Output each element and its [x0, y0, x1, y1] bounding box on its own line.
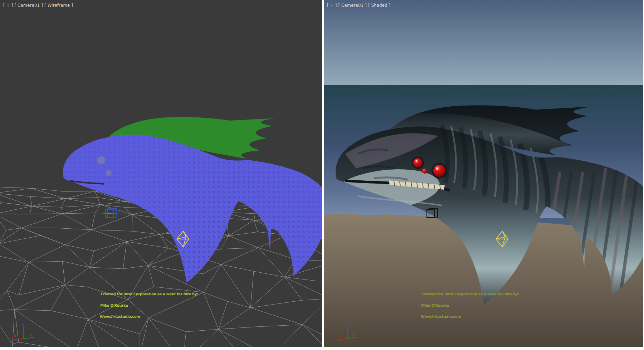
watermark-line1: Created for Intel Corporation as a work … [101, 292, 198, 296]
axis-tripod: x z y [13, 323, 38, 343]
axis-x-label: x [14, 334, 16, 338]
fish-model-wireframe[interactable] [63, 117, 322, 283]
viewport-label-wireframe[interactable]: [ + ] [ Camera01 ] [ Wireframe ] [3, 3, 73, 8]
axis-z-label: z [346, 323, 348, 327]
sky [324, 0, 643, 85]
eye-left [413, 158, 423, 167]
viewport-label-shaded[interactable]: [ + ] [ Camera01 ] [ Shaded ] [327, 3, 391, 8]
watermark-line1: Created for Intel Corporation as a work … [421, 292, 519, 296]
axis-x-label: x [337, 334, 340, 338]
fish-eye-spot-2 [106, 170, 112, 176]
watermark-line2: Mike O'Rourke [421, 304, 519, 308]
watermark-line3: Www.fritzstudio.com [100, 315, 197, 319]
watermark-line2: Mike O'Rourke [100, 304, 198, 308]
application-window: [ + ] [ Camera01 ] [ Wireframe ] Created… [0, 0, 644, 350]
viewport-shaded[interactable]: [ + ] [ Camera01 ] [ Shaded ] Created fo… [324, 0, 643, 347]
axis-tripod: x z y [337, 323, 362, 343]
axis-y-label: y [353, 332, 356, 336]
axis-y-label: y [29, 332, 32, 336]
eye-middle [422, 169, 427, 174]
watermark-credit: Created for Intel Corporation as a work … [99, 285, 199, 326]
watermark-line3: Www.fritzstudio.com [421, 315, 518, 319]
watermark-credit: Created for Intel Corporation as a work … [420, 285, 519, 326]
selection-box-gizmo[interactable] [106, 208, 116, 218]
axis-z-label: z [22, 323, 24, 327]
fish-eye-spot-1 [97, 156, 105, 164]
eye-right [433, 165, 445, 177]
viewport-wireframe[interactable]: [ + ] [ Camera01 ] [ Wireframe ] Created… [0, 0, 322, 347]
